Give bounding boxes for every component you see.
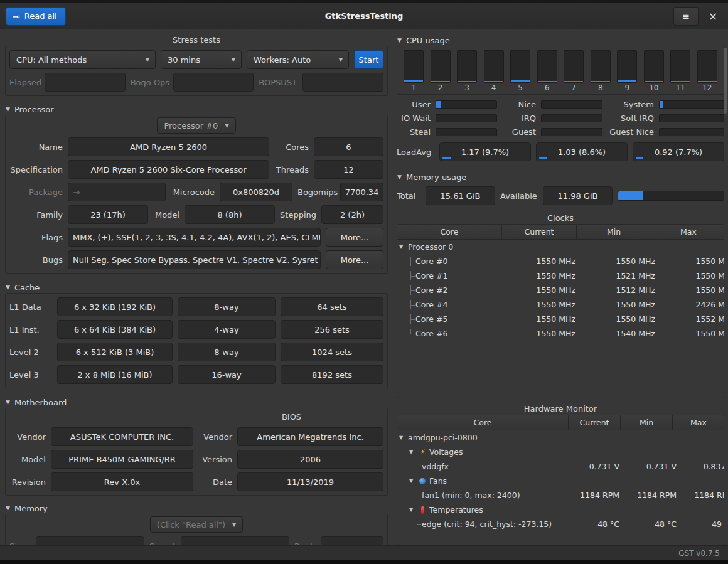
flags-more-button[interactable]: More... [326,228,383,247]
bios-version-field[interactable]: 2006 [237,450,383,469]
stress-method-combo[interactable]: CPU: All methods ▼ [9,50,156,69]
column-header-core[interactable]: Core [397,225,502,240]
bios-date-field[interactable]: 11/13/2019 [237,472,383,491]
threads-field[interactable]: 12 [314,160,383,179]
column-header-min[interactable]: Min [621,415,673,430]
motherboard-expander[interactable]: ▼ Motherboard [6,396,388,408]
column-header-max[interactable]: Max [673,415,724,430]
clocks-row-core-4[interactable]: Core #4 1550 MHz 1550 MHz 2426 MHz [397,297,724,312]
board-revision-field[interactable]: Rev X.0x [51,472,193,491]
cache-sets-field[interactable]: 8192 sets [281,365,383,384]
flags-field[interactable]: MMX, (+), SSE(1, 2, 3, 3S, 4.1, 4.2, 4A)… [68,228,321,247]
hwmon-voltages-group-row[interactable]: ▼ ⚡ Voltages [397,445,724,459]
cores-label: Cores [274,142,309,152]
tree-expander-icon[interactable]: ▼ [397,435,408,440]
expander-arrow-icon: ▼ [397,37,402,43]
cpu-name-field[interactable]: AMD Ryzen 5 2600 [68,137,269,156]
cpu-usage-expander[interactable]: ▼ CPU usage [397,35,724,46]
column-header-core[interactable]: Core [397,415,569,430]
cpu-core-meter-bar [591,50,611,83]
memory-available-field[interactable]: 11.98 GiB [543,186,613,205]
io-wait-label: IO Wait [397,114,431,123]
specification-field[interactable]: AMD Ryzen 5 2600 Six-Core Processor [68,160,269,179]
stress-workers-combo[interactable]: Workers: Auto ▼ [247,50,349,69]
memory-total-field[interactable]: 15.61 GiB [426,186,495,205]
hwmon-edge-row[interactable]: edge (crit: 94, crit_hyst: -273.15) 48 °… [397,517,724,531]
column-header-current[interactable]: Current [569,415,621,430]
hwmon-fans-group-row[interactable]: ▼ Fans [397,474,724,488]
memory-selector-combo[interactable]: (Click "Read all") ▼ [150,516,243,533]
core-name: Core #5 [415,314,447,324]
loadavg-15min-field[interactable]: 0.92 (7.7%) [633,142,724,161]
hwmon-vddgfx-row[interactable]: vddgfx 0.731 V 0.731 V 0.837 V [397,459,724,474]
memory-size-row: Size ⊸ Speed ⊸ Rank ⊸ [9,536,383,545]
clocks-frame-label: Clocks [397,214,724,224]
tree-line [412,519,422,529]
tree-expander-icon[interactable]: ▼ [407,449,418,455]
column-header-current[interactable]: Current [502,225,577,240]
loadavg-1min-field[interactable]: 1.17 (9.7%) [439,142,531,161]
cache-size-field[interactable]: 6 x 64 KiB (384 KiB) [57,320,173,339]
tree-expander-icon[interactable]: ▼ [397,244,408,250]
bugs-more-button[interactable]: More... [326,250,383,269]
cache-size-field[interactable]: 6 x 32 KiB (192 KiB) [57,297,173,316]
family-field[interactable]: 23 (17h) [68,205,148,224]
clocks-row-core-2[interactable]: Core #2 1550 MHz 1512 MHz 1550 MHz [397,283,724,297]
hwmon-fan1-row[interactable]: fan1 (min: 0, max: 2400) 1184 RPM 1184 R… [397,488,724,503]
loadavg-5min-field[interactable]: 1.03 (8.6%) [536,142,628,161]
cache-sets-field[interactable]: 1024 sets [281,343,383,361]
cache-sets-field[interactable]: 256 sets [281,320,383,339]
cache-ways-field[interactable]: 4-way [178,320,276,339]
cpu-name-label: Name [9,142,63,152]
bugs-field[interactable]: Null Seg, Spec Store Bypass, Spectre V1,… [68,250,321,269]
bogomips-field[interactable]: 7700.34 [340,183,383,201]
processor-selector-combo[interactable]: Processor #0 ▼ [157,117,235,134]
clock-current: 1550 MHz [501,300,581,309]
cache-size-field[interactable]: 6 x 512 KiB (3 MiB) [57,343,173,361]
hwmon-device-row[interactable]: ▼ amdgpu-pci-0800 [397,430,724,445]
memory-expander[interactable]: ▼ Memory [6,503,388,514]
close-button[interactable]: × [704,8,722,25]
cache-size-field[interactable]: 2 x 8 MiB (16 MiB) [57,365,173,384]
irq-progressbar [541,114,602,122]
clocks-row-core-1[interactable]: Core #1 1550 MHz 1521 MHz 1550 MHz [397,269,724,283]
stepping-field[interactable]: 2 (2h) [321,205,383,224]
cache-expander[interactable]: ▼ Cache [6,282,388,293]
sensor-min: 48 °C [625,519,682,529]
tree-expander-icon[interactable]: ▼ [407,507,418,513]
memory-usage-expander[interactable]: ▼ Memory usage [397,171,724,183]
menu-button[interactable]: ≡ [673,7,699,26]
clocks-row-core-6[interactable]: Core #6 1550 MHz 1540 MHz 1550 MHz [397,326,724,341]
clocks-group-row[interactable]: ▼ Processor 0 [397,240,724,254]
scrollbar[interactable] [724,48,727,114]
start-button[interactable]: Start [354,50,383,69]
sensor-current: 1184 RPM [568,491,625,500]
bios-vendor-field[interactable]: American Megatrends Inc. [237,427,383,446]
cpu-stats-grid: User Nice System IO Wait IRQ Soft IRQ [397,100,724,137]
hardware-monitor-table-header: Core Current Min Max [397,415,724,430]
user-label: User [397,100,431,109]
board-vendor-field[interactable]: ASUSTeK COMPUTER INC. [51,427,193,446]
cache-ways-field[interactable]: 8-way [178,343,276,361]
tree-expander-icon[interactable]: ▼ [407,478,418,484]
column-header-max[interactable]: Max [651,225,724,240]
clocks-row-core-5[interactable]: Core #5 1550 MHz 1550 MHz 1552 MHz [397,312,724,326]
hwmon-temperatures-group-row[interactable]: ▼ Temperatures [397,503,724,517]
cores-field[interactable]: 6 [314,137,383,156]
model-field[interactable]: 8 (8h) [185,205,275,224]
column-header-min[interactable]: Min [577,225,651,240]
memory-usage-expander-label: Memory usage [406,173,466,182]
cache-sets-field[interactable]: 64 sets [281,297,383,316]
clock-max: 1550 MHz [661,285,724,295]
cache-ways-field[interactable]: 8-way [178,297,276,316]
guest-nice-progressbar [659,128,724,136]
read-all-button[interactable]: ⊸ Read all [6,7,66,26]
hardware-monitor-table: Core Current Min Max ▼ amdgpu-pci-0800 ▼ [397,415,724,545]
clocks-row-core-0[interactable]: Core #0 1550 MHz 1550 MHz 1550 MHz [397,254,724,269]
cache-ways-field[interactable]: 16-way [178,365,276,384]
microcode-field[interactable]: 0x800820d [220,183,292,201]
board-model-row: Model PRIME B450M-GAMING/BR [9,450,193,469]
processor-expander[interactable]: ▼ Processor [6,104,388,115]
stress-duration-combo[interactable]: 30 mins ▼ [161,50,242,69]
board-model-field[interactable]: PRIME B450M-GAMING/BR [51,450,193,469]
